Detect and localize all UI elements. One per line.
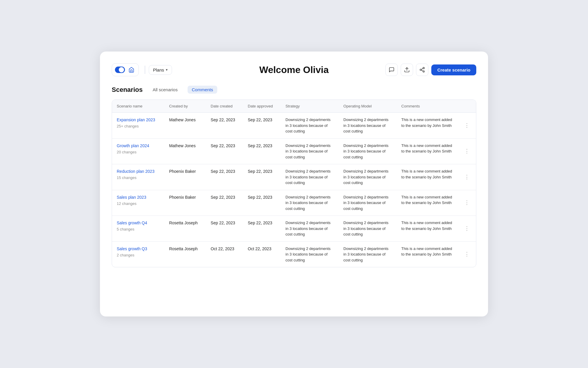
share-icon-button[interactable] bbox=[416, 64, 428, 76]
table-row: Growth plan 2024 20 changes Mathew Jones… bbox=[112, 138, 476, 164]
col-created-by: Created by bbox=[164, 100, 206, 113]
plans-label: Plans bbox=[153, 67, 164, 72]
table-row: Sales plan 2023 12 changes Phoenix Baker… bbox=[112, 190, 476, 216]
header-left: Plans ▾ bbox=[112, 63, 172, 76]
scenario-name-link[interactable]: Sales growth Q4 bbox=[117, 220, 160, 226]
col-date-approved: Date approved bbox=[243, 100, 281, 113]
cell-date-approved: Sep 22, 2023 bbox=[243, 216, 281, 242]
cell-scenario-name: Sales growth Q4 5 changes bbox=[112, 216, 164, 242]
scenario-changes: 12 changes bbox=[117, 201, 136, 206]
cell-menu: ⋮ bbox=[458, 164, 476, 190]
scenario-name-link[interactable]: Reduction plan 2023 bbox=[117, 168, 160, 175]
table-row: Reduction plan 2023 15 changes Phoenix B… bbox=[112, 164, 476, 190]
cell-strategy: Downsizing 2 departments in 3 locations … bbox=[281, 241, 339, 267]
create-scenario-button[interactable]: Create scenario bbox=[431, 64, 476, 75]
col-date-created: Date created bbox=[206, 100, 243, 113]
chevron-down-icon: ▾ bbox=[166, 68, 168, 72]
table-row: Sales growth Q4 5 changes Rosetta Joseph… bbox=[112, 216, 476, 242]
cell-created-by: Rosetta Joseph bbox=[164, 241, 206, 267]
cell-comment: This is a new comment added to the scena… bbox=[397, 113, 458, 139]
row-menu-button[interactable]: ⋮ bbox=[462, 173, 471, 182]
cell-created-by: Rosetta Joseph bbox=[164, 216, 206, 242]
cell-date-created: Sep 22, 2023 bbox=[206, 138, 243, 164]
cell-date-approved: Sep 22, 2023 bbox=[243, 113, 281, 139]
header: Plans ▾ Welcome Olivia bbox=[112, 63, 476, 76]
cell-date-approved: Sep 22, 2023 bbox=[243, 190, 281, 216]
scenario-name-link[interactable]: Growth plan 2024 bbox=[117, 143, 160, 149]
cell-date-approved: Sep 22, 2023 bbox=[243, 164, 281, 190]
cell-menu: ⋮ bbox=[458, 113, 476, 139]
row-menu-button[interactable]: ⋮ bbox=[462, 147, 471, 156]
cell-scenario-name: Growth plan 2024 20 changes bbox=[112, 138, 164, 164]
table-header-row: Scenario name Created by Date created Da… bbox=[112, 100, 476, 113]
table-row: Expansion plan 2023 25+ changes Mathew J… bbox=[112, 113, 476, 139]
cell-created-by: Phoenix Baker bbox=[164, 164, 206, 190]
scenario-changes: 2 changes bbox=[117, 253, 134, 257]
cell-scenario-name: Sales growth Q3 2 changes bbox=[112, 241, 164, 267]
col-scenario-name: Scenario name bbox=[112, 100, 164, 113]
cell-date-created: Sep 22, 2023 bbox=[206, 190, 243, 216]
cell-scenario-name: Expansion plan 2023 25+ changes bbox=[112, 113, 164, 139]
cell-date-approved: Oct 22, 2023 bbox=[243, 241, 281, 267]
cell-operating-model: Downsizing 2 departments in 3 locations … bbox=[339, 113, 397, 139]
cell-date-created: Sep 22, 2023 bbox=[206, 113, 243, 139]
scenario-name-link[interactable]: Sales growth Q3 bbox=[117, 246, 160, 252]
header-right: Create scenario bbox=[385, 64, 476, 76]
cell-menu: ⋮ bbox=[458, 216, 476, 242]
scenario-changes: 20 changes bbox=[117, 150, 136, 154]
tab-comments[interactable]: Comments bbox=[188, 86, 217, 94]
col-comments: Comments bbox=[397, 100, 458, 113]
cell-date-created: Oct 22, 2023 bbox=[206, 241, 243, 267]
table-body: Expansion plan 2023 25+ changes Mathew J… bbox=[112, 113, 476, 267]
col-strategy: Strategy bbox=[281, 100, 339, 113]
cell-created-by: Phoenix Baker bbox=[164, 190, 206, 216]
svg-line-4 bbox=[422, 70, 423, 71]
row-menu-button[interactable]: ⋮ bbox=[462, 250, 471, 259]
toggle-circle bbox=[119, 67, 124, 72]
scenario-changes: 25+ changes bbox=[117, 124, 139, 128]
cell-menu: ⋮ bbox=[458, 190, 476, 216]
cell-created-by: Mathew Jones bbox=[164, 113, 206, 139]
logo-toggle[interactable] bbox=[112, 63, 139, 76]
cell-operating-model: Downsizing 2 departments in 3 locations … bbox=[339, 190, 397, 216]
cell-strategy: Downsizing 2 departments in 3 locations … bbox=[281, 113, 339, 139]
home-icon bbox=[127, 66, 136, 74]
cell-operating-model: Downsizing 2 departments in 3 locations … bbox=[339, 241, 397, 267]
cell-created-by: Mathew Jones bbox=[164, 138, 206, 164]
cell-strategy: Downsizing 2 departments in 3 locations … bbox=[281, 138, 339, 164]
cell-scenario-name: Sales plan 2023 12 changes bbox=[112, 190, 164, 216]
section-title: Scenarios bbox=[112, 86, 143, 94]
col-actions bbox=[458, 100, 476, 113]
cell-comment: This is a new comment added to the scena… bbox=[397, 138, 458, 164]
row-menu-button[interactable]: ⋮ bbox=[462, 224, 471, 233]
col-operating-model: Operating Model bbox=[339, 100, 397, 113]
svg-line-5 bbox=[422, 68, 423, 69]
cell-strategy: Downsizing 2 departments in 3 locations … bbox=[281, 164, 339, 190]
cell-date-approved: Sep 22, 2023 bbox=[243, 138, 281, 164]
cell-operating-model: Downsizing 2 departments in 3 locations … bbox=[339, 216, 397, 242]
scenarios-table-wrapper: Scenario name Created by Date created Da… bbox=[112, 100, 476, 267]
scenario-name-link[interactable]: Expansion plan 2023 bbox=[117, 117, 160, 123]
cell-menu: ⋮ bbox=[458, 138, 476, 164]
plans-dropdown-button[interactable]: Plans ▾ bbox=[149, 65, 172, 75]
cell-menu: ⋮ bbox=[458, 241, 476, 267]
scenario-name-link[interactable]: Sales plan 2023 bbox=[117, 194, 160, 200]
tab-all-scenarios[interactable]: All scenarios bbox=[148, 86, 182, 94]
section-header: Scenarios All scenarios Comments bbox=[112, 86, 476, 94]
cell-comment: This is a new comment added to the scena… bbox=[397, 164, 458, 190]
cell-operating-model: Downsizing 2 departments in 3 locations … bbox=[339, 138, 397, 164]
cell-scenario-name: Reduction plan 2023 15 changes bbox=[112, 164, 164, 190]
row-menu-button[interactable]: ⋮ bbox=[462, 198, 471, 207]
header-divider bbox=[145, 66, 145, 74]
table-row: Sales growth Q3 2 changes Rosetta Joseph… bbox=[112, 241, 476, 267]
scenarios-table: Scenario name Created by Date created Da… bbox=[112, 100, 476, 267]
cell-date-created: Sep 22, 2023 bbox=[206, 216, 243, 242]
chat-icon-button[interactable] bbox=[385, 64, 398, 76]
scenario-changes: 5 changes bbox=[117, 227, 134, 231]
app-container: Plans ▾ Welcome Olivia bbox=[100, 52, 488, 316]
cell-operating-model: Downsizing 2 departments in 3 locations … bbox=[339, 164, 397, 190]
page-title: Welcome Olivia bbox=[259, 64, 329, 75]
upload-icon-button[interactable] bbox=[401, 64, 413, 76]
row-menu-button[interactable]: ⋮ bbox=[462, 121, 471, 130]
scenario-changes: 15 changes bbox=[117, 175, 136, 180]
